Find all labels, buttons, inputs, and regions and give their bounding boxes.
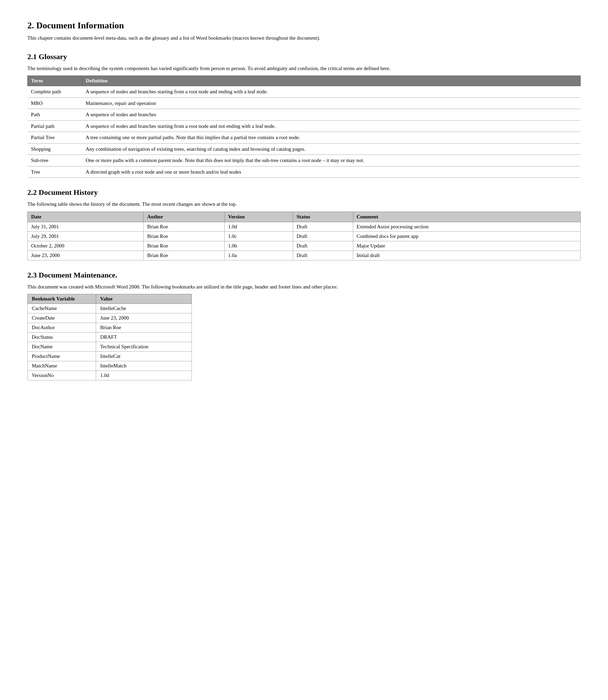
history-date: October 2, 2000 (28, 241, 144, 251)
bookmark-row: MatchNameIntelleMatch (28, 361, 192, 371)
bookmark-variable: ProductName (28, 352, 96, 361)
glossary-row: TreeA directed graph with a root node an… (28, 166, 581, 178)
glossary-definition: Any combination of navigation of existin… (82, 143, 581, 155)
bookmark-value: June 23, 2000 (96, 313, 192, 323)
history-comment: Combined docs for patent app (353, 231, 580, 241)
history-date: June 23, 2000 (28, 251, 144, 260)
bookmark-table: Bookmark Variable Value CacheNameIntelle… (27, 294, 192, 380)
glossary-row: Sub-treeOne or more paths with a common … (28, 155, 581, 166)
history-comment: Major Update (353, 241, 580, 251)
history-status: Draft (293, 222, 353, 231)
glossary-definition: A sequence of nodes and branches (82, 109, 581, 121)
glossary-definition: A sequence of nodes and branches startin… (82, 120, 581, 132)
history-row: July 29, 2001Brian Roe1.0cDraftCombined … (28, 231, 581, 241)
glossary-term: Partial path (28, 120, 82, 132)
glossary-col-term: Term (28, 76, 82, 86)
bookmark-value: IntelleMatch (96, 361, 192, 371)
history-status: Draft (293, 241, 353, 251)
section22-title: 2.2 Document History (27, 188, 581, 197)
section2-intro: This chapter contains document-level met… (27, 34, 581, 42)
history-status: Draft (293, 231, 353, 241)
history-table: Date Author Version Status Comment July … (27, 212, 581, 260)
bookmark-row: VersionNo1.0d (28, 371, 192, 380)
glossary-definition: A directed graph with a root node and on… (82, 166, 581, 178)
history-col-author: Author (144, 212, 225, 222)
glossary-definition: Maintenance, repair and operation (82, 97, 581, 109)
history-date: July 29, 2001 (28, 231, 144, 241)
bookmark-value: IntelleCache (96, 304, 192, 313)
bookmark-value: Brian Roe (96, 323, 192, 333)
bookmark-row: ProductNameIntelleCat (28, 352, 192, 361)
history-status: Draft (293, 251, 353, 260)
glossary-table: Term Definition Complete pathA sequence … (27, 76, 581, 178)
glossary-term: Tree (28, 166, 82, 178)
bookmark-row: CacheNameIntelleCache (28, 304, 192, 313)
history-author: Brian Roe (144, 251, 225, 260)
history-author: Brian Roe (144, 231, 225, 241)
history-col-comment: Comment (353, 212, 580, 222)
history-comment: Initial draft (353, 251, 580, 260)
section22-intro: The following table shows the history of… (27, 200, 581, 208)
history-date: July 31, 2001 (28, 222, 144, 231)
history-author: Brian Roe (144, 222, 225, 231)
history-version: 1.0b (224, 241, 293, 251)
section23-intro: This document was created with Microsoft… (27, 283, 581, 291)
history-row: July 31, 2001Brian Roe1.0dDraftExtended … (28, 222, 581, 231)
history-version: 1.0d (224, 222, 293, 231)
bookmark-variable: CacheName (28, 304, 96, 313)
bookmark-col-variable: Bookmark Variable (28, 294, 96, 304)
bookmark-variable: CreateDate (28, 313, 96, 323)
bookmark-variable: VersionNo (28, 371, 96, 380)
bookmark-col-value: Value (96, 294, 192, 304)
glossary-term: Partial Tree (28, 132, 82, 144)
history-col-date: Date (28, 212, 144, 222)
bookmark-value: Technical Specification (96, 342, 192, 352)
history-version: 1.0c (224, 231, 293, 241)
history-col-status: Status (293, 212, 353, 222)
bookmark-row: DocStatusDRAFT (28, 333, 192, 342)
glossary-row: Complete pathA sequence of nodes and bra… (28, 86, 581, 98)
bookmark-variable: DocName (28, 342, 96, 352)
bookmark-value: IntelleCat (96, 352, 192, 361)
section2-title: 2. Document Information (27, 21, 581, 31)
glossary-term: Sub-tree (28, 155, 82, 166)
glossary-row: Partial TreeA tree containing one or mor… (28, 132, 581, 144)
bookmark-variable: MatchName (28, 361, 96, 371)
bookmark-value: DRAFT (96, 333, 192, 342)
history-version: 1.0a (224, 251, 293, 260)
glossary-row: ShoppingAny combination of navigation of… (28, 143, 581, 155)
glossary-col-definition: Definition (82, 76, 581, 86)
history-author: Brian Roe (144, 241, 225, 251)
history-col-version: Version (224, 212, 293, 222)
bookmark-value: 1.0d (96, 371, 192, 380)
glossary-definition: A sequence of nodes and branches startin… (82, 86, 581, 98)
glossary-definition: One or more paths with a common parent n… (82, 155, 581, 166)
bookmark-variable: DocStatus (28, 333, 96, 342)
glossary-term: Path (28, 109, 82, 121)
glossary-row: PathA sequence of nodes and branches (28, 109, 581, 121)
bookmark-variable: DocAuthor (28, 323, 96, 333)
history-row: October 2, 2000Brian Roe1.0bDraftMajor U… (28, 241, 581, 251)
history-row: June 23, 2000Brian Roe1.0aDraftInitial d… (28, 251, 581, 260)
bookmark-row: DocNameTechnical Specification (28, 342, 192, 352)
bookmark-row: DocAuthorBrian Roe (28, 323, 192, 333)
glossary-term: Complete path (28, 86, 82, 98)
history-comment: Extended Assist processing section (353, 222, 580, 231)
bookmark-row: CreateDateJune 23, 2000 (28, 313, 192, 323)
section23-title: 2.3 Document Maintenance. (27, 271, 581, 280)
glossary-row: MROMaintenance, repair and operation (28, 97, 581, 109)
glossary-row: Partial pathA sequence of nodes and bran… (28, 120, 581, 132)
section21-title: 2.1 Glossary (27, 52, 581, 61)
glossary-definition: A tree containing one or more partial pa… (82, 132, 581, 144)
glossary-term: Shopping (28, 143, 82, 155)
section21-intro: The terminology used in describing the s… (27, 65, 581, 72)
glossary-term: MRO (28, 97, 82, 109)
